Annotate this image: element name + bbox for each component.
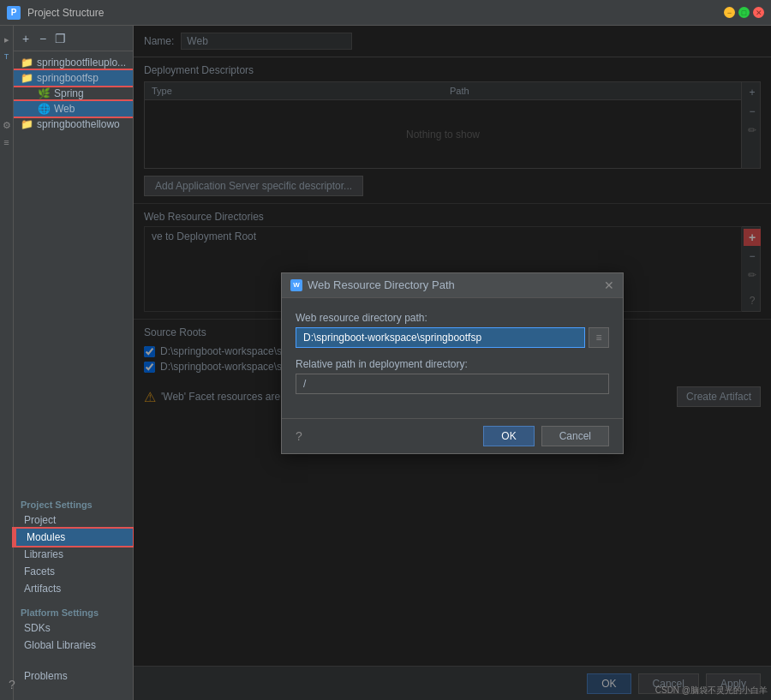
modal-ok-button[interactable]: OK [483,426,534,446]
close-button[interactable]: ✕ [753,7,764,18]
project-settings-nav: Project Settings Project Modules Librari… [14,491,133,599]
web-icon: 🌐 [38,103,51,115]
sidebar-collapse-icon[interactable]: ▸ [0,33,14,46]
directory-input-wrap: ≡ [296,327,609,348]
nav-modules[interactable]: Modules [14,529,133,546]
app-icon-label: P [11,8,17,17]
nav-sdks[interactable]: SDKs [14,619,133,637]
nav-facets[interactable]: Facets [14,563,133,580]
relative-field-row: Relative path in deployment directory: [296,358,609,394]
tree-item-fileupl[interactable]: 📁 springbootfileuplo... [14,55,133,70]
web-resource-dialog: W Web Resource Directory Path ✕ Web reso… [281,272,624,454]
platform-settings-label: Platform Settings [14,601,133,619]
modal-close-button[interactable]: ✕ [604,278,614,292]
folder-icon: 📁 [21,72,33,84]
directory-label: Web resource directory path: [296,312,609,324]
nav-artifacts[interactable]: Artifacts [14,580,133,597]
copy-button[interactable]: ❐ [53,32,67,45]
remove-button[interactable]: − [36,32,50,45]
modal-title: Web Resource Directory Path [308,278,599,291]
tree-item-spring[interactable]: 🌿 Spring [14,86,133,101]
modal-cancel-button[interactable]: Cancel [541,426,609,446]
module-tree: 📁 springbootfileuplo... 📁 springbootfsp … [14,51,133,491]
sidebar-T-icon[interactable]: T [0,50,14,63]
tree-item-fileupl-label: springbootfileuplo... [37,57,126,69]
modal-footer: ? OK Cancel [282,418,623,453]
vertical-sidebar: ▸ T ⚙ ≡ [0,26,14,700]
add-button[interactable]: + [19,32,33,45]
modal-title-bar: W Web Resource Directory Path ✕ [282,273,623,298]
nav-project[interactable]: Project [14,512,133,529]
relative-input-wrap [296,374,609,394]
browse-button[interactable]: ≡ [589,327,609,348]
problems-nav: Problems [14,655,133,686]
help-button[interactable]: ? [9,678,15,691]
directory-field-row: Web resource directory path: ≡ [296,312,609,348]
tree-item-springbootfsp-label: springbootfsp [37,72,99,84]
modal-help-button[interactable]: ? [296,429,302,443]
left-sidebar: + − ❐ 📁 springbootfileuplo... 📁 springbo… [14,26,134,700]
folder-icon-2: 📁 [21,118,33,130]
folder-icon: 📁 [21,57,33,69]
directory-input[interactable] [296,327,585,348]
sidebar-toolbar: + − ❐ [14,26,133,51]
nav-global-libraries[interactable]: Global Libraries [14,637,133,654]
tree-item-spring-label: Spring [54,87,84,99]
modal-icon: W [290,279,302,291]
sidebar-toggle-icon[interactable]: ≡ [0,135,14,149]
title-bar: P Project Structure − □ ✕ [0,0,771,26]
content-area: Name: Deployment Descriptors Type Path N… [134,26,771,700]
relative-label: Relative path in deployment directory: [296,358,609,370]
nav-libraries[interactable]: Libraries [14,546,133,563]
tree-item-hellowo-label: springboothellowo [37,118,120,130]
nav-problems[interactable]: Problems [14,667,133,685]
modal-body: Web resource directory path: ≡ Relative … [282,298,623,418]
tree-item-springbootfsp[interactable]: 📁 springbootfsp [14,70,133,86]
sidebar-gear-icon[interactable]: ⚙ [0,118,14,132]
maximize-button[interactable]: □ [738,7,750,18]
tree-item-web[interactable]: 🌐 Web [14,101,133,117]
tree-item-hellowo[interactable]: 📁 springboothellowo [14,117,133,132]
relative-input[interactable] [296,374,609,394]
main-container: ▸ T ⚙ ≡ + − ❐ 📁 springbootfileuplo... 📁 … [0,26,771,700]
platform-settings-nav: Platform Settings SDKs Global Libraries [14,599,133,655]
app-icon: P [7,6,21,20]
tree-item-web-label: Web [54,103,75,115]
window-controls: − □ ✕ [724,7,764,18]
minimize-button[interactable]: − [724,7,735,18]
spring-icon: 🌿 [38,87,51,99]
modal-overlay: W Web Resource Directory Path ✕ Web reso… [134,26,771,700]
watermark: CSDN @脑袋不灵光的小白羊 [655,685,768,697]
window-title: Project Structure [27,7,724,19]
project-settings-label: Project Settings [14,493,133,512]
